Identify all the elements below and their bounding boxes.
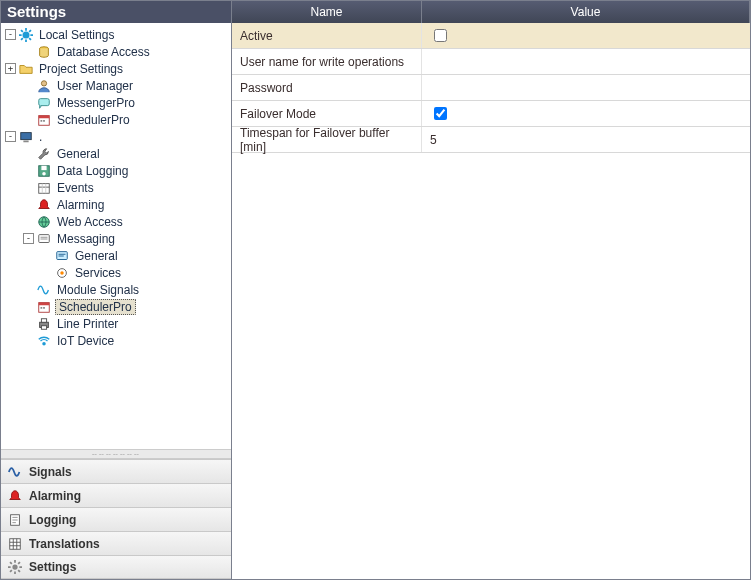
gear-blue-icon	[18, 27, 34, 43]
iot-icon	[36, 333, 52, 349]
tree-node-local-settings[interactable]: -Local Settings	[1, 26, 231, 43]
calendar-icon	[36, 299, 52, 315]
property-value-cell[interactable]	[422, 49, 750, 74]
svg-rect-3	[39, 98, 50, 105]
svg-rect-9	[23, 140, 28, 142]
tree-node-project-settings[interactable]: +Project Settings	[1, 60, 231, 77]
tree-label: General	[73, 249, 120, 263]
column-header-value[interactable]: Value	[422, 1, 750, 23]
message2-icon	[54, 248, 70, 264]
property-name: Active	[232, 23, 422, 48]
tree-node-msg-services[interactable]: Services	[1, 264, 231, 281]
tree-node-messengerpro[interactable]: MessengerPro	[1, 94, 231, 111]
collapse-icon[interactable]: -	[5, 29, 16, 40]
tree-label: Alarming	[55, 198, 106, 212]
checkbox-failover[interactable]	[434, 107, 447, 120]
no-expander	[41, 250, 52, 261]
tree-node-messaging[interactable]: -Messaging	[1, 230, 231, 247]
settings-tree[interactable]: -Local SettingsDatabase Access+Project S…	[1, 23, 231, 449]
property-value-cell[interactable]: 5	[422, 127, 750, 152]
tree-node-msg-general[interactable]: General	[1, 247, 231, 264]
tree-label: SchedulerPro	[55, 299, 136, 315]
folder-icon	[18, 61, 34, 77]
expand-icon[interactable]: +	[5, 63, 16, 74]
tree-label: .	[37, 130, 44, 144]
svg-point-21	[60, 271, 64, 275]
tree-node-schedulerpro-top[interactable]: SchedulerPro	[1, 111, 231, 128]
no-expander	[23, 284, 34, 295]
property-row-active: Active	[232, 23, 750, 49]
bell-red-icon	[7, 488, 23, 504]
nav-settings-tab[interactable]: Settings	[1, 555, 231, 579]
svg-rect-24	[41, 307, 43, 309]
tree-node-user-manager[interactable]: User Manager	[1, 77, 231, 94]
property-name: User name for write operations	[232, 49, 422, 74]
svg-point-29	[42, 341, 46, 345]
log-icon	[7, 512, 23, 528]
collapse-icon[interactable]: -	[5, 131, 16, 142]
nav-translations-tab[interactable]: Translations	[1, 531, 231, 555]
tree-node-alarming-tree[interactable]: Alarming	[1, 196, 231, 213]
nav-label: Signals	[29, 465, 72, 479]
property-name: Failover Mode	[232, 101, 422, 126]
tree-node-general[interactable]: General	[1, 145, 231, 162]
tree-node-line-printer[interactable]: Line Printer	[1, 315, 231, 332]
tree-node-database-access[interactable]: Database Access	[1, 43, 231, 60]
tree-node-web-access[interactable]: Web Access	[1, 213, 231, 230]
tree-node-schedulerpro[interactable]: SchedulerPro	[1, 298, 231, 315]
tree-label: Web Access	[55, 215, 125, 229]
property-value-cell[interactable]	[422, 101, 750, 126]
property-grid-body: ActiveUser name for write operationsPass…	[232, 23, 750, 579]
property-grid-header: Name Value	[232, 1, 750, 23]
tree-node-station[interactable]: -.	[1, 128, 231, 145]
nav-label: Settings	[29, 560, 76, 574]
tree-label: Module Signals	[55, 283, 141, 297]
svg-rect-31	[10, 538, 21, 549]
tree-node-iot-device[interactable]: IoT Device	[1, 332, 231, 349]
wave-icon	[36, 282, 52, 298]
no-expander	[41, 267, 52, 278]
column-header-name[interactable]: Name	[232, 1, 422, 23]
bell-icon	[36, 197, 52, 213]
tree-label: Local Settings	[37, 28, 116, 42]
tree-label: Messaging	[55, 232, 117, 246]
svg-rect-6	[41, 120, 43, 122]
property-value-cell[interactable]	[422, 75, 750, 100]
property-value-cell[interactable]	[422, 23, 750, 48]
tree-label: SchedulerPro	[55, 113, 132, 127]
no-expander	[23, 199, 34, 210]
wave-blue-icon	[7, 464, 23, 480]
svg-point-2	[41, 80, 46, 85]
chat-icon	[36, 95, 52, 111]
property-row-failover: Failover Mode	[232, 101, 750, 127]
globe-icon	[36, 214, 52, 230]
no-expander	[23, 114, 34, 125]
nav-alarming-tab[interactable]: Alarming	[1, 483, 231, 507]
nav-signals-tab[interactable]: Signals	[1, 459, 231, 483]
no-expander	[23, 182, 34, 193]
property-panel: Name Value ActiveUser name for write ope…	[232, 1, 750, 579]
left-panel: Settings -Local SettingsDatabase Access+…	[1, 1, 232, 579]
tree-label: General	[55, 147, 102, 161]
navigation-tabs: SignalsAlarmingLoggingTranslationsSettin…	[1, 459, 231, 579]
svg-point-0	[23, 31, 30, 38]
no-expander	[23, 46, 34, 57]
svg-rect-25	[43, 307, 45, 309]
tree-node-module-signals[interactable]: Module Signals	[1, 281, 231, 298]
nav-label: Translations	[29, 537, 100, 551]
gear-gray-icon	[7, 559, 23, 575]
svg-rect-11	[41, 165, 46, 169]
calendar-icon	[36, 112, 52, 128]
tree-node-data-logging[interactable]: Data Logging	[1, 162, 231, 179]
nav-logging-tab[interactable]: Logging	[1, 507, 231, 531]
tree-label: User Manager	[55, 79, 135, 93]
collapse-icon[interactable]: -	[23, 233, 34, 244]
printer-icon	[36, 316, 52, 332]
no-expander	[23, 301, 34, 312]
tree-node-events[interactable]: Events	[1, 179, 231, 196]
monitor-icon	[18, 129, 34, 145]
splitter-grip[interactable]: ╌╌╌╌╌╌╌	[1, 449, 231, 459]
svg-rect-5	[39, 115, 50, 118]
checkbox-active[interactable]	[434, 29, 447, 42]
no-expander	[23, 318, 34, 329]
